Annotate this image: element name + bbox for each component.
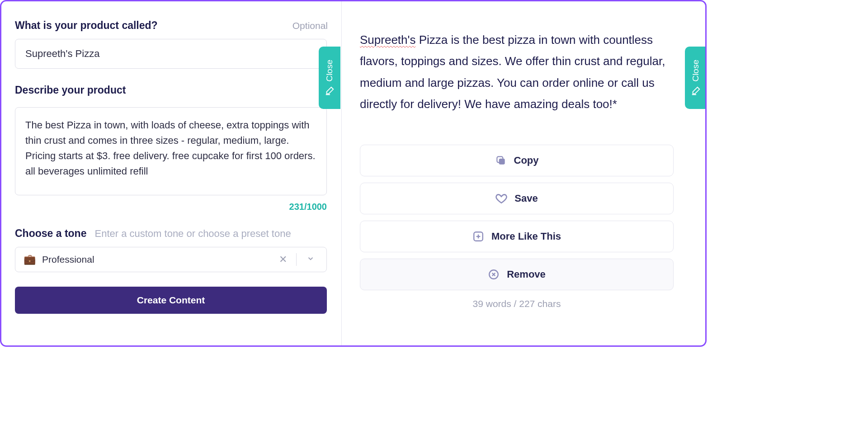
more-like-this-button[interactable]: More Like This: [360, 221, 674, 252]
product-name-label: What is your product called?: [15, 19, 158, 32]
heart-icon: [495, 193, 507, 204]
clear-icon[interactable]: ✕: [276, 254, 290, 265]
describe-label: Describe your product: [15, 84, 328, 96]
more-label: More Like This: [491, 231, 561, 242]
copy-label: Copy: [514, 155, 539, 166]
char-counter: 231/1000: [15, 202, 327, 212]
product-name-input[interactable]: [15, 39, 327, 69]
output-pane: Supreeth's Pizza is the best pizza in to…: [342, 1, 705, 345]
spell-error-word: Supreeth's: [360, 33, 416, 47]
save-button[interactable]: Save: [360, 183, 674, 214]
tone-value: Professional: [42, 254, 270, 265]
generated-text: Supreeth's Pizza is the best pizza in to…: [360, 29, 674, 115]
tone-select[interactable]: 💼 Professional ✕: [15, 247, 327, 272]
describe-section: Describe your product 231/1000: [15, 84, 328, 212]
tone-hint: Enter a custom tone or choose a preset t…: [94, 228, 291, 240]
describe-textarea[interactable]: [15, 107, 327, 195]
chevron-down-icon[interactable]: [303, 254, 318, 265]
briefcase-icon: 💼: [24, 254, 36, 265]
action-list: Copy Save More Like This: [360, 145, 674, 290]
remove-label: Remove: [507, 269, 546, 280]
eraser-icon: [691, 86, 701, 96]
input-pane: What is your product called? Optional De…: [1, 1, 342, 345]
create-content-button[interactable]: Create Content: [15, 287, 327, 314]
save-label: Save: [514, 193, 538, 204]
close-right-tab[interactable]: Close: [685, 47, 707, 109]
svg-rect-0: [499, 159, 505, 165]
close-label: Close: [691, 60, 701, 82]
tone-section: Choose a tone Enter a custom tone or cho…: [15, 227, 328, 272]
close-left-tab[interactable]: Close: [319, 47, 340, 109]
eraser-icon: [325, 86, 335, 96]
remove-circle-icon: [488, 269, 500, 280]
word-char-stats: 39 words / 227 chars: [360, 298, 674, 309]
tone-label: Choose a tone: [15, 227, 86, 240]
product-name-section: What is your product called? Optional: [15, 19, 328, 69]
divider: [296, 253, 297, 266]
optional-hint: Optional: [292, 20, 328, 31]
remove-button[interactable]: Remove: [360, 259, 674, 290]
copy-icon: [495, 155, 507, 166]
close-label: Close: [325, 60, 335, 82]
plus-square-icon: [472, 231, 484, 242]
copy-button[interactable]: Copy: [360, 145, 674, 176]
